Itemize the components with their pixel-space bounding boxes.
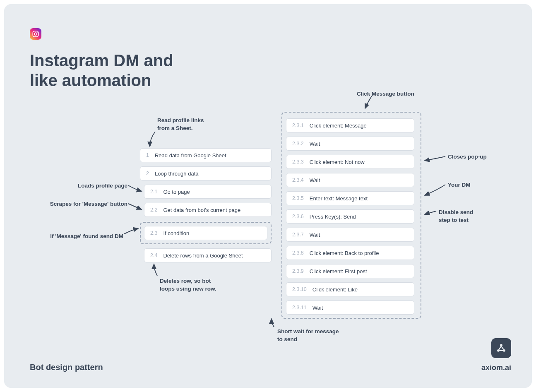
step-wait-4: 2.3.11 Wait [286,301,414,315]
step-num: 2.3.2 [292,141,304,147]
annot-short-wait: Short wait for message to send [277,328,339,344]
step-num: 2.3.4 [292,177,304,183]
instagram-icon [30,28,41,40]
step-click-message: 2.3.1 Click element: Message [286,118,414,132]
step-num: 2.3 [150,230,157,236]
step-read-data: 1 Read data from Google Sheet [140,148,272,162]
step-num: 2.1 [150,189,157,195]
step-go-to-page: 2.1 Go to page [144,185,272,199]
step-loop: 2 Loop through data [140,166,272,180]
step-num: 2.3.10 [292,286,307,292]
step-wait-2: 2.3.4 Wait [286,173,414,187]
step-if-condition: 2.3 If condition [144,226,267,240]
step-label: Wait [310,232,320,238]
title-line2: like automation [30,71,151,89]
step-num: 2.3.9 [292,268,304,274]
page-title: Instagram DM and like automation [30,51,173,90]
step-num: 2.3.3 [292,159,304,165]
step-num: 1 [146,152,149,158]
title-line1: Instagram DM and [30,51,173,70]
step-label: Wait [312,305,323,311]
step-label: Read data from Google Sheet [155,152,226,159]
step-label: Loop through data [155,171,199,177]
step-num: 2.3.11 [292,305,307,310]
annot-your-dm: Your DM [448,181,471,189]
step-num: 2.4 [150,253,157,258]
step-click-not-now: 2.3.3 Click element: Not now [286,155,414,169]
step-label: Enter text: Message text [310,195,368,202]
step-wait-1: 2.3.2 Wait [286,137,414,151]
annot-if-found: If 'Message' found send DM [42,233,123,240]
svg-point-1 [34,33,37,35]
annot-deletes: Deletes row, so bot loops using new row. [160,277,216,293]
step-wait-3: 2.3.7 Wait [286,228,414,242]
step-click-like: 2.3.10 Click element: Like [286,282,414,296]
footer-label: Bot design pattern [30,363,103,372]
axiom-logo-icon [491,338,511,358]
annot-scrapes: Scrapes for 'Message' button [40,200,127,208]
step-enter-text: 2.3.5 Enter text: Message text [286,191,414,205]
annot-loads-profile: Loads profile page [70,182,127,190]
step-label: Press Key(s): Send [310,214,356,220]
svg-point-2 [37,32,38,33]
step-back-profile: 2.3.8 Click element: Back to profile [286,246,414,260]
step-label: Click element: Back to profile [310,250,379,256]
step-num: 2.3.8 [292,250,304,256]
step-first-post: 2.3.9 Click element: First post [286,264,414,278]
step-num: 2 [146,171,149,176]
step-num: 2.2 [150,207,157,213]
annot-click-msg: Click Message button [357,90,414,98]
svg-point-3 [500,344,502,346]
step-num: 2.3.6 [292,214,304,219]
step-label: Click element: First post [310,268,367,274]
step-label: Delete rows from a Google Sheet [163,253,243,259]
step-label: Get data from bot's current page [163,207,240,213]
step-get-data: 2.2 Get data from bot's current page [144,203,272,217]
step-num: 2.3.1 [292,123,304,128]
step-label: Wait [310,177,320,183]
step-press-send: 2.3.6 Press Key(s): Send [286,209,414,224]
annot-read-links: Read profile links from a Sheet. [157,117,204,132]
step-label: Click element: Not now [310,159,365,165]
step-label: Click element: Message [310,123,367,129]
step-label: If condition [163,230,189,236]
annot-disable-send: Disable send step to test [439,209,473,224]
footer-brand: axiom.ai [481,363,511,372]
step-delete-rows: 2.4 Delete rows from a Google Sheet [144,248,272,262]
svg-rect-0 [33,31,38,37]
annot-closes-popup: Closes pop-up [448,153,487,161]
diagram-canvas: Instagram DM and like automation 1 Read … [4,4,532,388]
step-num: 2.3.7 [292,232,304,238]
step-label: Click element: Like [312,286,358,293]
step-label: Go to page [163,189,190,195]
step-label: Wait [310,141,320,147]
step-num: 2.3.5 [292,195,304,201]
